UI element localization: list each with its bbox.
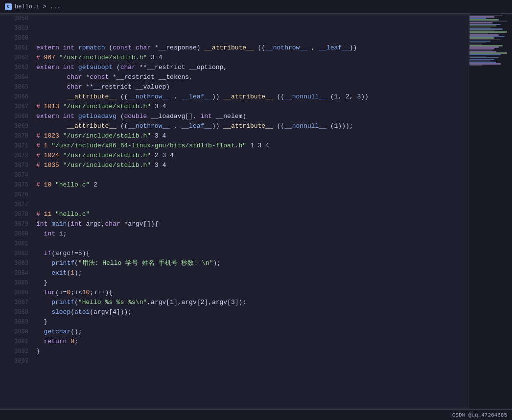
code-line: 3073# 1035 "/usr/include/stdlib.h" 3 4 — [0, 161, 468, 170]
line-code: __attribute__ ((__nothrow__ , __leaf__))… — [34, 121, 468, 131]
line-code: int main(int argc,char *argv[]){ — [34, 219, 468, 229]
line-number: 3092 — [0, 347, 34, 356]
minimap-line — [469, 54, 501, 55]
code-line: 3087 printf("Hello %s %s %s\n",argv[1],a… — [0, 298, 468, 307]
code-line: 3061extern int rpmatch (const char *__re… — [0, 43, 468, 53]
line-number: 3083 — [0, 258, 34, 268]
line-number: 3058 — [0, 14, 34, 23]
code-line: 3072# 1024 "/usr/include/stdlib.h" 2 3 4 — [0, 151, 468, 161]
code-line: 3064 char *const *__restrict __tokens, — [0, 72, 468, 82]
line-number: 3088 — [0, 307, 34, 317]
line-code: # 1 "/usr/include/x86_64-linux-gnu/bits/… — [34, 141, 468, 151]
code-line: 3076 — [0, 190, 468, 200]
code-content[interactable]: 3058 3059 3060 3061extern int rpmatch (c… — [0, 14, 468, 409]
line-code — [34, 170, 468, 180]
line-number: 3093 — [0, 356, 34, 366]
line-code — [34, 200, 468, 210]
line-code: # 10 "hello.c" 2 — [34, 180, 468, 190]
line-code: # 1024 "/usr/include/stdlib.h" 2 3 4 — [34, 151, 468, 161]
line-code: # 1023 "/usr/include/stdlib.h" 3 4 — [34, 131, 468, 141]
code-line: 3081 — [0, 239, 468, 249]
code-line: 3060 — [0, 33, 468, 43]
code-line: 3071# 1 "/usr/include/x86_64-linux-gnu/b… — [0, 141, 468, 151]
minimap-line — [469, 39, 501, 41]
line-number: 3065 — [0, 82, 34, 92]
line-number: 3076 — [0, 190, 34, 200]
line-number: 3064 — [0, 72, 34, 82]
line-number: 3072 — [0, 151, 34, 161]
line-code: __attribute__ ((__nothrow__ , __leaf__))… — [34, 92, 468, 102]
minimap-content — [468, 14, 512, 409]
title-bar: C hello.i > ... — [0, 0, 512, 14]
line-number: 3074 — [0, 170, 34, 180]
code-line: 3066 __attribute__ ((__nothrow__ , __lea… — [0, 92, 468, 102]
code-line: 3089 } — [0, 317, 468, 327]
code-line: 3068extern int getloadavg (double __load… — [0, 112, 468, 121]
minimap-line — [469, 41, 490, 42]
minimap-line — [469, 65, 482, 66]
line-number: 3090 — [0, 327, 34, 337]
line-number: 3063 — [0, 63, 34, 72]
line-code: } — [34, 347, 468, 356]
line-number: 3060 — [0, 33, 34, 43]
line-code: # 1035 "/usr/include/stdlib.h" 3 4 — [34, 161, 468, 170]
code-line: 3058 — [0, 14, 468, 23]
line-code: printf("用法: Hello 学号 姓名 手机号 秒数! \n"); — [34, 258, 468, 268]
line-code: getchar(); — [34, 327, 468, 337]
line-code: } — [34, 317, 468, 327]
line-code: exit(1); — [34, 268, 468, 278]
line-number: 3062 — [0, 53, 34, 63]
line-number: 3082 — [0, 249, 34, 258]
minimap-line — [469, 37, 494, 39]
line-number: 3059 — [0, 23, 34, 33]
line-code: int i; — [34, 229, 468, 239]
line-number: 3061 — [0, 43, 34, 53]
code-line: 3063extern int getsubopt (char **__restr… — [0, 63, 468, 72]
code-line: 3082 if(argc!=5){ — [0, 249, 468, 258]
line-code — [34, 356, 468, 366]
line-code — [34, 14, 468, 23]
language-icon: C — [5, 3, 12, 10]
line-number: 3084 — [0, 268, 34, 278]
line-number: 3078 — [0, 210, 34, 219]
code-area: 3058 3059 3060 3061extern int rpmatch (c… — [0, 14, 468, 409]
code-line: 3086 for(i=0;i<10;i++){ — [0, 288, 468, 298]
code-line: 3067# 1013 "/usr/include/stdlib.h" 3 4 — [0, 102, 468, 112]
line-number: 3067 — [0, 102, 34, 112]
line-number: 3091 — [0, 337, 34, 347]
code-line: 3065 char **__restrict __valuep) — [0, 82, 468, 92]
code-line: 3080 int i; — [0, 229, 468, 239]
code-line: 3069 __attribute__ ((__nothrow__ , __lea… — [0, 121, 468, 131]
line-code: printf("Hello %s %s %s\n",argv[1],argv[2… — [34, 298, 468, 307]
line-code: extern int rpmatch (const char *__respon… — [34, 43, 468, 53]
line-number: 3087 — [0, 298, 34, 307]
line-number: 3081 — [0, 239, 34, 249]
line-code: # 11 "hello.c" — [34, 210, 468, 219]
code-line: 3084 exit(1); — [0, 268, 468, 278]
line-code: # 967 "/usr/include/stdlib.h" 3 4 — [34, 53, 468, 63]
code-line: 3083 printf("用法: Hello 学号 姓名 手机号 秒数! \n"… — [0, 258, 468, 268]
code-line: 3093 — [0, 356, 468, 366]
code-line: 3062# 967 "/usr/include/stdlib.h" 3 4 — [0, 53, 468, 63]
code-line: 3074 — [0, 170, 468, 180]
code-line: 3092} — [0, 347, 468, 356]
line-number: 3080 — [0, 229, 34, 239]
line-code: for(i=0;i<10;i++){ — [34, 288, 468, 298]
line-number: 3071 — [0, 141, 34, 151]
code-line: 3088 sleep(atoi(argv[4])); — [0, 307, 468, 317]
code-line: 3075# 10 "hello.c" 2 — [0, 180, 468, 190]
line-code: } — [34, 278, 468, 288]
main-area: 3058 3059 3060 3061extern int rpmatch (c… — [0, 14, 512, 409]
line-number: 3069 — [0, 121, 34, 131]
code-line: 3091 return 0; — [0, 337, 468, 347]
line-code: extern int getsubopt (char **__restrict … — [34, 63, 468, 72]
line-number: 3075 — [0, 180, 34, 190]
code-line: 3085 } — [0, 278, 468, 288]
line-code — [34, 33, 468, 43]
line-code: # 1013 "/usr/include/stdlib.h" 3 4 — [34, 102, 468, 112]
status-bar: CSDN @qq_47264685 — [0, 409, 512, 420]
minimap[interactable] — [468, 14, 512, 409]
line-number: 3068 — [0, 112, 34, 121]
line-code: extern int getloadavg (double __loadavg[… — [34, 112, 468, 121]
line-number: 3089 — [0, 317, 34, 327]
